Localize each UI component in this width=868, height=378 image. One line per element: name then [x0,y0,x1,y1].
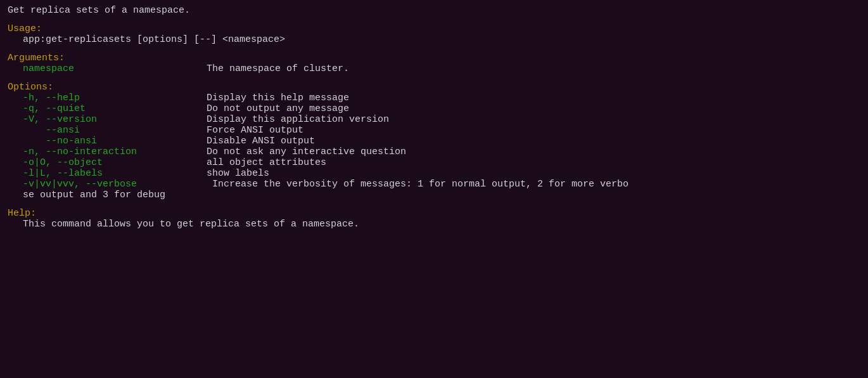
arguments-label: Arguments: [8,53,860,63]
option-row-object: -o|O, --object all object attributes [23,157,860,168]
option-name-no-interaction: -n, --no-interaction [23,147,207,157]
option-row-no-ansi: --no-ansi Disable ANSI output [23,136,860,147]
help-section: Help: This command allows you to get rep… [8,208,860,230]
option-name-ansi: --ansi [23,125,207,136]
usage-command: app:get-replicasets [options] [--] <name… [23,34,860,45]
option-row-ansi: --ansi Force ANSI output [23,125,860,136]
option-row-verbose: -v|vv|vvv, --verbose Increase the verbos… [23,179,860,200]
argument-desc-namespace: The namespace of cluster. [207,63,349,74]
option-name-object: -o|O, --object [23,157,207,168]
option-name-verbose: -v|vv|vvv, --verbose [23,179,207,190]
usage-label: Usage: [8,23,860,34]
options-label: Options: [8,82,860,93]
argument-row-namespace: namespace The namespace of cluster. [23,63,860,74]
option-desc-no-ansi: Disable ANSI output [207,136,315,147]
option-desc-no-interaction: Do not ask any interactive question [207,147,406,157]
option-desc-help: Display this help message [207,93,349,103]
option-row-labels: -l|L, --labels show labels [23,168,860,179]
option-desc-verbose-line1: Increase the verbosity of messages: 1 fo… [207,179,629,190]
option-row-version: -V, --version Display this application v… [23,114,860,125]
option-desc-labels: show labels [207,168,269,179]
option-desc-quiet: Do not output any message [207,103,349,114]
option-name-quiet: -q, --quiet [23,103,207,114]
argument-name-namespace: namespace [23,63,207,74]
option-row-no-interaction: -n, --no-interaction Do not ask any inte… [23,147,860,157]
option-name-help: -h, --help [23,93,207,103]
usage-section: Usage: app:get-replicasets [options] [--… [8,23,860,45]
help-label: Help: [8,208,860,219]
arguments-section: Arguments: namespace The namespace of cl… [8,53,860,74]
option-desc-ansi: Force ANSI output [207,125,303,136]
options-section: Options: -h, --help Display this help me… [8,82,860,200]
option-name-no-ansi: --no-ansi [23,136,207,147]
option-name-version: -V, --version [23,114,207,125]
description: Get replica sets of a namespace. [8,5,860,16]
option-row-help: -h, --help Display this help message [23,93,860,103]
option-desc-version: Display this application version [207,114,389,125]
option-row-quiet: -q, --quiet Do not output any message [23,103,860,114]
option-desc-object: all object attributes [207,157,326,168]
option-desc-verbose-line2: se output and 3 for debug [23,190,165,200]
help-text: This command allows you to get replica s… [23,219,860,230]
option-name-labels: -l|L, --labels [23,168,207,179]
